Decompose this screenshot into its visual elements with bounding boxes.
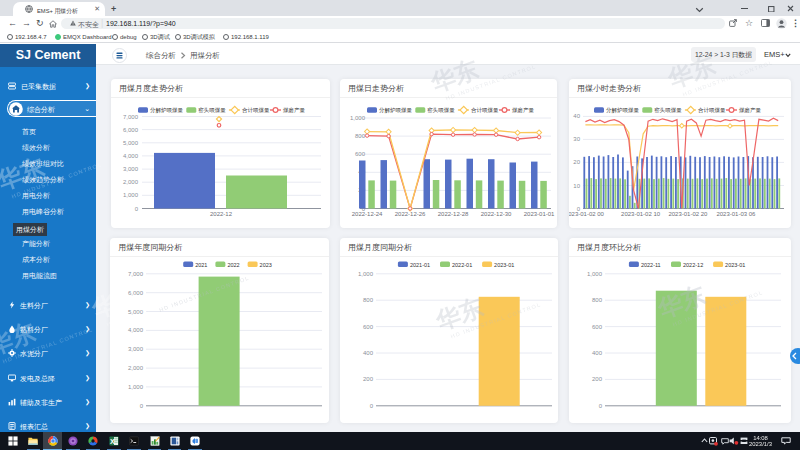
svg-text:800: 800 — [355, 133, 366, 139]
svg-text:2021: 2021 — [195, 262, 207, 268]
svg-text:煤磨产量: 煤磨产量 — [739, 107, 762, 114]
svg-text:2023-01-02 20: 2023-01-02 20 — [668, 211, 708, 217]
svg-text:2,000: 2,000 — [128, 365, 144, 371]
svg-text:2023-01-02 00: 2023-01-02 00 — [569, 211, 605, 217]
svg-text:6,000: 6,000 — [123, 126, 139, 132]
svg-text:0: 0 — [599, 403, 603, 409]
svg-text:6,000: 6,000 — [128, 290, 144, 296]
svg-text:200: 200 — [363, 377, 374, 383]
svg-text:2022: 2022 — [228, 262, 240, 268]
svg-text:30: 30 — [573, 136, 580, 142]
svg-text:分解炉喂煤量: 分解炉喂煤量 — [379, 107, 413, 114]
svg-text:2023-01-03 06: 2023-01-03 06 — [716, 211, 756, 217]
svg-text:2021-01: 2021-01 — [410, 262, 430, 268]
svg-text:10: 10 — [573, 182, 580, 188]
svg-text:2023-01-02 10: 2023-01-02 10 — [621, 211, 661, 217]
svg-text:1,000: 1,000 — [128, 384, 144, 390]
svg-text:窑头喂煤量: 窑头喂煤量 — [427, 107, 455, 113]
svg-text:合计喂煤量: 合计喂煤量 — [242, 107, 270, 114]
svg-text:2022-12: 2022-12 — [210, 211, 233, 217]
svg-text:600: 600 — [363, 324, 374, 330]
svg-text:1,000: 1,000 — [358, 271, 374, 277]
svg-text:7,000: 7,000 — [128, 271, 144, 277]
svg-text:2022-12-24: 2022-12-24 — [352, 211, 383, 217]
svg-text:1,000: 1,000 — [350, 115, 366, 121]
svg-text:2,000: 2,000 — [123, 179, 139, 185]
svg-text:X: X — [110, 438, 115, 446]
svg-text:3,000: 3,000 — [128, 347, 144, 353]
svg-text:5,000: 5,000 — [123, 139, 139, 145]
svg-text:合计喂煤量: 合计喂煤量 — [698, 107, 726, 114]
svg-text:200: 200 — [592, 377, 603, 383]
svg-text:2022-11: 2022-11 — [641, 262, 661, 268]
svg-text:0: 0 — [140, 403, 144, 409]
svg-text:1,000: 1,000 — [587, 271, 603, 277]
svg-text:煤磨产量: 煤磨产量 — [512, 107, 535, 114]
svg-text:0: 0 — [135, 205, 139, 211]
svg-text:1,000: 1,000 — [123, 192, 139, 198]
svg-text:2022-01: 2022-01 — [452, 262, 472, 268]
svg-text:合计喂煤量: 合计喂煤量 — [471, 107, 499, 114]
svg-text:600: 600 — [592, 324, 603, 330]
svg-text:2022-12: 2022-12 — [683, 262, 703, 268]
svg-text:窑头喂煤量: 窑头喂煤量 — [198, 107, 226, 113]
svg-text:20: 20 — [573, 159, 580, 165]
svg-text:5,000: 5,000 — [128, 309, 144, 315]
svg-text:3,000: 3,000 — [123, 166, 139, 172]
svg-text:2023-01-01: 2023-01-01 — [524, 211, 555, 217]
svg-text:600: 600 — [355, 151, 366, 157]
svg-text:2022-12-30: 2022-12-30 — [481, 211, 512, 217]
svg-text:4,000: 4,000 — [128, 328, 144, 334]
svg-text:400: 400 — [363, 350, 374, 356]
svg-text:2023-01: 2023-01 — [494, 262, 514, 268]
svg-text:7,000: 7,000 — [123, 113, 139, 119]
svg-text:窑头喂煤量: 窑头喂煤量 — [654, 107, 682, 113]
svg-text:分解炉喂煤量: 分解炉喂煤量 — [606, 107, 640, 114]
svg-text:400: 400 — [592, 350, 603, 356]
svg-text:2022-12-28: 2022-12-28 — [438, 211, 469, 217]
svg-text:800: 800 — [592, 298, 603, 304]
svg-text:0: 0 — [370, 403, 374, 409]
svg-text:40: 40 — [573, 113, 580, 119]
svg-text:2022-12-26: 2022-12-26 — [395, 211, 426, 217]
svg-text:800: 800 — [363, 298, 374, 304]
svg-text:煤磨产量: 煤磨产量 — [283, 107, 306, 114]
svg-text:2023: 2023 — [260, 262, 272, 268]
svg-text:2023-01: 2023-01 — [725, 262, 745, 268]
svg-text:4,000: 4,000 — [123, 152, 139, 158]
svg-text:分解炉喂煤量: 分解炉喂煤量 — [150, 107, 184, 114]
